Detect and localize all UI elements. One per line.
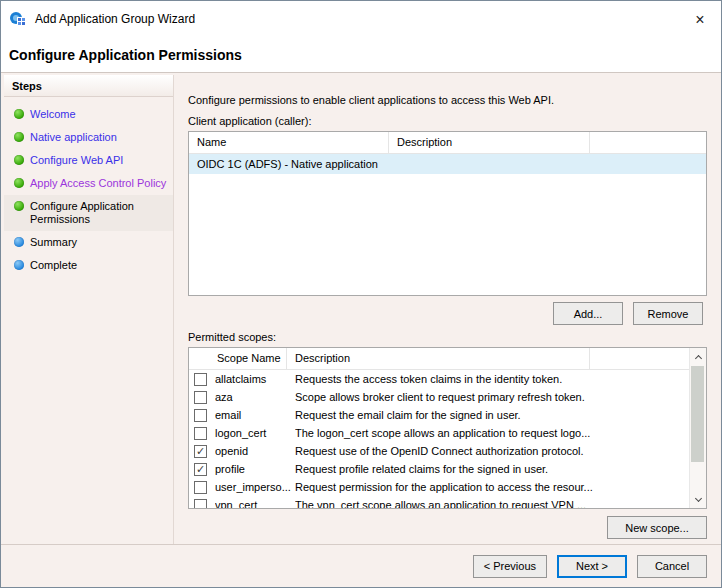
scope-row-openid[interactable]: ✓openidRequest use of the OpenID Connect… [189, 442, 706, 460]
scope-checkbox[interactable]: ✓ [194, 445, 207, 458]
steps-list: WelcomeNative applicationConfigure Web A… [4, 97, 173, 277]
window-title: Add Application Group Wizard [35, 12, 195, 26]
step-welcome[interactable]: Welcome [4, 103, 173, 126]
client-applications-table: Name Description OIDC 1C (ADFS) - Native… [188, 131, 707, 296]
step-native-application[interactable]: Native application [4, 126, 173, 149]
steps-sidebar: Steps WelcomeNative applicationConfigure… [4, 75, 174, 544]
client-buttons-row: Add... Remove [188, 302, 707, 325]
intro-text: Configure permissions to enable client a… [188, 94, 707, 107]
scope-checkbox[interactable] [194, 481, 207, 494]
column-header-scope-name: Scope Name [189, 348, 287, 369]
column-header-name: Name [189, 132, 389, 153]
chevron-down-icon [694, 494, 701, 501]
permitted-scopes-table: Scope Name Description allatclaimsReques… [188, 347, 707, 509]
scope-name: vpn_cert [215, 499, 295, 509]
scope-checkbox[interactable] [194, 373, 207, 386]
scope-row-profile[interactable]: ✓profileRequest profile related claims f… [189, 460, 706, 478]
step-label: Native application [30, 131, 117, 144]
scopes-table-header: Scope Name Description [189, 348, 706, 370]
step-label: Summary [30, 236, 77, 249]
step-bullet-icon [14, 109, 24, 119]
step-configure-web-api[interactable]: Configure Web API [4, 149, 173, 172]
step-bullet-icon [14, 237, 24, 247]
step-label: Welcome [30, 108, 76, 121]
wizard-footer: < Previous Next > Cancel [1, 544, 721, 587]
permitted-scopes-label: Permitted scopes: [188, 331, 707, 344]
chevron-up-icon [694, 354, 701, 361]
scope-description: Request use of the OpenID Connect author… [295, 445, 706, 457]
previous-button[interactable]: < Previous [473, 555, 547, 578]
new-scope-row: New scope... [188, 516, 707, 539]
scope-description: Request the email claim for the signed i… [295, 409, 706, 421]
page-heading: Configure Application Permissions [1, 37, 721, 73]
step-bullet-icon [14, 155, 24, 165]
scope-name: email [215, 409, 295, 421]
remove-button[interactable]: Remove [633, 302, 703, 325]
step-label: Configure Application Permissions [30, 200, 169, 226]
scope-name: user_imperso... [215, 481, 295, 493]
scope-name: aza [215, 391, 295, 403]
step-summary: Summary [4, 231, 173, 254]
step-bullet-icon [14, 260, 24, 270]
scope-description: Requests the access token claims in the … [295, 373, 706, 385]
application-group-icon [9, 10, 27, 28]
scroll-up-button[interactable] [690, 348, 706, 365]
step-apply-access-control-policy[interactable]: Apply Access Control Policy [4, 172, 173, 195]
scope-checkbox[interactable] [194, 391, 207, 404]
client-application-label: Client application (caller): [188, 115, 707, 128]
wizard-body: Steps WelcomeNative applicationConfigure… [1, 73, 721, 544]
add-button[interactable]: Add... [553, 302, 623, 325]
main-panel: Configure permissions to enable client a… [188, 73, 707, 539]
scope-row-user-imperso[interactable]: user_imperso...Request permission for th… [189, 478, 706, 496]
step-label: Configure Web API [30, 154, 123, 167]
scope-checkbox[interactable]: ✓ [194, 463, 207, 476]
next-button[interactable]: Next > [557, 555, 627, 578]
scope-row-email[interactable]: emailRequest the email claim for the sig… [189, 406, 706, 424]
step-configure-application-permissions: Configure Application Permissions [4, 195, 173, 231]
scope-description: Request permission for the application t… [295, 481, 706, 493]
scrollbar-thumb[interactable] [691, 366, 704, 462]
client-table-body: OIDC 1C (ADFS) - Native application [189, 154, 706, 174]
scroll-down-button[interactable] [690, 491, 706, 508]
scope-name: openid [215, 445, 295, 457]
column-header-scope-description: Description [287, 348, 590, 369]
scope-description: The logon_cert scope allows an applicati… [295, 427, 706, 439]
scope-checkbox[interactable] [194, 409, 207, 422]
cancel-button[interactable]: Cancel [637, 555, 707, 578]
scope-row-vpn-cert[interactable]: vpn_certThe vpn_cert scope allows an app… [189, 496, 706, 509]
scope-description: Scope allows broker client to request pr… [295, 391, 706, 403]
scope-checkbox[interactable] [194, 427, 207, 440]
scope-name: logon_cert [215, 427, 295, 439]
steps-header: Steps [4, 75, 173, 97]
column-header-description: Description [389, 132, 590, 153]
scope-name: allatclaims [215, 373, 295, 385]
scope-description: Request profile related claims for the s… [295, 463, 706, 475]
column-header-empty [590, 132, 706, 153]
step-label: Complete [30, 259, 77, 272]
new-scope-button[interactable]: New scope... [607, 516, 707, 539]
scope-description: The vpn_cert scope allows an application… [295, 499, 706, 509]
title-bar[interactable]: Add Application Group Wizard × [1, 1, 721, 37]
step-bullet-icon [14, 178, 24, 188]
scopes-table-body: allatclaimsRequests the access token cla… [189, 370, 706, 509]
client-table-header: Name Description [189, 132, 706, 154]
step-bullet-icon [14, 201, 24, 211]
scope-name: profile [215, 463, 295, 475]
step-label: Apply Access Control Policy [30, 177, 166, 190]
scope-row-aza[interactable]: azaScope allows broker client to request… [189, 388, 706, 406]
scope-row-allatclaims[interactable]: allatclaimsRequests the access token cla… [189, 370, 706, 388]
step-complete: Complete [4, 254, 173, 277]
close-button[interactable]: × [689, 9, 711, 31]
step-bullet-icon [14, 132, 24, 142]
scope-row-logon-cert[interactable]: logon_certThe logon_cert scope allows an… [189, 424, 706, 442]
scopes-scrollbar[interactable] [689, 348, 706, 508]
client-application-row[interactable]: OIDC 1C (ADFS) - Native application [189, 154, 706, 174]
wizard-window: Add Application Group Wizard × Configure… [0, 0, 722, 588]
scope-checkbox[interactable] [194, 499, 207, 510]
